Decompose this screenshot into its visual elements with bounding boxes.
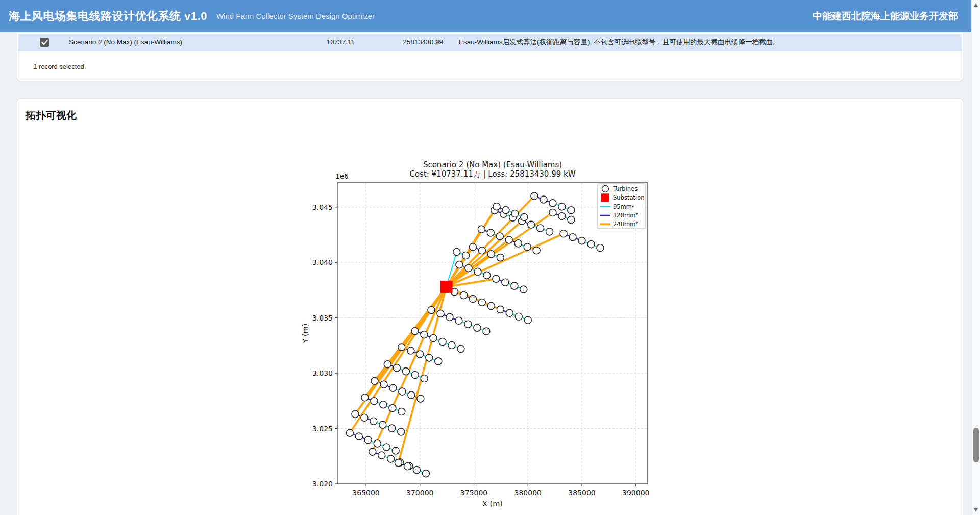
svg-text:3.030: 3.030 (312, 369, 333, 377)
section-title: 拓扑可视化 (26, 109, 77, 122)
turbine-markers (346, 192, 604, 477)
cost-cell: 10737.11 (258, 34, 355, 51)
scrollbar-down-arrow-icon[interactable] (974, 508, 978, 512)
scrollbar-thumb[interactable] (973, 428, 979, 462)
vertical-scrollbar[interactable] (971, 0, 980, 515)
svg-text:3.025: 3.025 (312, 425, 333, 433)
loss-cell: 25813430.99 (350, 34, 443, 51)
cable-lines (350, 196, 600, 474)
table-row[interactable]: Scenario 2 (No Max) (Esau-Williams) 1073… (18, 34, 962, 51)
svg-text:95mm²: 95mm² (613, 203, 634, 210)
svg-text:3.020: 3.020 (312, 480, 333, 488)
svg-text:240mm²: 240mm² (613, 220, 638, 228)
x-axis-label: X (m) (482, 500, 503, 508)
svg-text:120mm²: 120mm² (613, 212, 638, 219)
svg-text:370000: 370000 (406, 488, 433, 497)
svg-text:3.045: 3.045 (312, 203, 333, 211)
app-subtitle: Wind Farm Collector System Design Optimi… (216, 12, 375, 20)
svg-text:3.040: 3.040 (312, 258, 333, 266)
check-icon (41, 40, 48, 45)
scenario-name-cell: Scenario 2 (No Max) (Esau-Williams) (69, 34, 182, 51)
chart-subtitle: Cost: ¥10737.11万 | Loss: 25813430.99 kW (409, 169, 575, 179)
svg-text:390000: 390000 (622, 488, 649, 497)
row-checkbox[interactable] (40, 38, 49, 47)
svg-text:3.035: 3.035 (312, 314, 333, 322)
svg-text:375000: 375000 (460, 488, 487, 497)
svg-text:380000: 380000 (514, 488, 542, 497)
substation-marker (440, 281, 453, 293)
svg-text:365000: 365000 (352, 488, 379, 497)
topology-chart: 3650003700003750003800003850003900003.02… (276, 149, 679, 515)
topology-chart-container: 3650003700003750003800003850003900003.02… (276, 149, 679, 515)
chart-legend: TurbinesSubstation95mm²120mm²240mm² (598, 184, 645, 229)
scrollbar-up-arrow-icon[interactable] (974, 3, 978, 7)
topology-card: 拓扑可视化 3650003700003750003800003850003900… (17, 98, 963, 515)
description-cell: Esau-Williams启发式算法(权衡距离与容量); 不包含可选电缆型号，且… (459, 34, 780, 51)
app-header: 海上风电场集电线路设计优化系统 v1.0 Wind Farm Collector… (0, 0, 971, 32)
app-title: 海上风电场集电线路设计优化系统 v1.0 (9, 9, 207, 24)
records-selected-text: 1 record selected. (33, 63, 86, 70)
results-card: Scenario 2 (No Max) (Esau-Williams) 1073… (17, 32, 963, 81)
y-axis-label: Y (m) (301, 324, 309, 344)
svg-text:Turbines: Turbines (612, 185, 638, 192)
chart-title: Scenario 2 (No Max) (Esau-Williams) (423, 160, 562, 169)
org-name: 中能建西北院海上能源业务开发部 (813, 10, 958, 23)
svg-text:1e6: 1e6 (335, 172, 348, 180)
svg-text:385000: 385000 (568, 488, 595, 497)
svg-text:Substation: Substation (613, 194, 644, 201)
